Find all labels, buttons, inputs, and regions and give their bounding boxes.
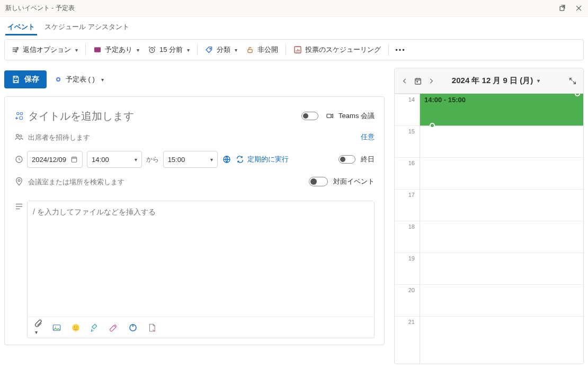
- prev-day-button[interactable]: [401, 77, 408, 85]
- day-date-picker[interactable]: 2024 年 12 月 9 日 (月) ▾: [452, 76, 540, 86]
- categorize-button[interactable]: 分類 ▾: [201, 42, 242, 58]
- poll-button[interactable]: 投票のスケジューリング: [289, 42, 385, 58]
- svg-rect-0: [560, 6, 564, 11]
- private-label: 非公開: [257, 45, 278, 55]
- show-as-button[interactable]: 予定あり ▾: [89, 42, 144, 58]
- response-options-button[interactable]: 返信オプション ▾: [7, 42, 82, 58]
- event-block[interactable]: 14:00 - 15:00: [420, 94, 583, 125]
- image-icon: [52, 323, 61, 332]
- clear-format-button[interactable]: [90, 323, 100, 332]
- end-time-value: 15:00: [168, 156, 185, 164]
- svg-point-22: [74, 326, 75, 327]
- resize-handle-bottom[interactable]: [430, 123, 435, 128]
- drawing-button[interactable]: [109, 323, 119, 332]
- attendees-input[interactable]: [27, 133, 361, 142]
- attach-button[interactable]: ▾: [34, 319, 42, 336]
- teams-label: Teams 会議: [338, 111, 375, 121]
- reminder-button[interactable]: 15 分前 ▾: [144, 42, 194, 58]
- categorize-label: 分類: [217, 45, 230, 55]
- hour-label: 18: [395, 221, 419, 253]
- day-calendar[interactable]: 1415161718192021 14:00 - 15:00: [395, 94, 583, 364]
- save-label: 保存: [24, 75, 39, 84]
- next-day-button[interactable]: [427, 77, 435, 85]
- private-button[interactable]: 非公開: [242, 42, 282, 58]
- response-options-label: 返信オプション: [23, 45, 71, 55]
- date-value: 2024/12/09: [32, 156, 66, 164]
- window-title: 新しいイベント - 予定表: [5, 4, 558, 13]
- location-icon: [14, 177, 27, 186]
- tab-scheduling-assistant[interactable]: スケジュール アシスタント: [42, 19, 131, 35]
- location-input[interactable]: [27, 177, 309, 186]
- today-button[interactable]: [414, 77, 422, 85]
- description-icon: [14, 196, 27, 211]
- expand-icon: [568, 77, 577, 85]
- in-person-toggle[interactable]: [309, 177, 328, 186]
- signature-button[interactable]: [147, 323, 157, 332]
- hour-row[interactable]: 16: [395, 157, 583, 189]
- day-date-label: 2024 年 12 月 9 日 (月): [452, 76, 533, 86]
- svg-point-2: [15, 51, 17, 52]
- optional-attendees-link[interactable]: 任意: [361, 132, 375, 142]
- close-icon[interactable]: [575, 4, 583, 12]
- expand-button[interactable]: [568, 77, 577, 85]
- timezone-button[interactable]: [222, 155, 231, 164]
- calendar-icon: [70, 156, 78, 163]
- recurring-button[interactable]: 定期的に実行: [236, 155, 289, 164]
- teams-toggle[interactable]: [301, 112, 318, 120]
- resize-handle-top[interactable]: [575, 94, 580, 96]
- emoji-icon: [71, 323, 81, 332]
- chevron-down-icon: ▾: [75, 47, 78, 53]
- hour-row[interactable]: 18: [395, 221, 583, 253]
- hour-row[interactable]: 20: [395, 284, 583, 316]
- insert-emoji-button[interactable]: [71, 323, 81, 332]
- svg-rect-12: [327, 114, 331, 118]
- date-picker[interactable]: 2024/12/09: [27, 151, 83, 168]
- all-day-toggle[interactable]: [338, 155, 355, 164]
- hour-row[interactable]: 17: [395, 189, 583, 221]
- calendar-today-icon: [414, 77, 422, 85]
- loop-icon: [128, 323, 138, 332]
- svg-point-8: [17, 112, 20, 115]
- insert-image-button[interactable]: [52, 323, 61, 332]
- time-separator: から: [146, 155, 159, 164]
- in-person-label: 対面イベント: [333, 177, 375, 186]
- hour-label: 17: [395, 190, 419, 221]
- loop-button[interactable]: [128, 323, 138, 332]
- poll-label: 投票のスケジューリング: [305, 45, 381, 55]
- busy-icon: [93, 46, 102, 54]
- ribbon-toolbar: 返信オプション ▾ 予定あり ▾ 15 分前 ▾ 分類 ▾ 非公開 投票のスケジ: [4, 39, 584, 60]
- hour-row[interactable]: 15: [395, 125, 583, 157]
- hour-label: 16: [395, 158, 419, 189]
- chevron-left-icon: [401, 77, 408, 85]
- popout-icon[interactable]: [558, 4, 566, 12]
- emoji-add-icon[interactable]: +: [14, 111, 27, 121]
- start-time-value: 14:00: [92, 156, 109, 164]
- hour-label: 19: [395, 253, 419, 284]
- tab-event[interactable]: イベント: [5, 19, 37, 35]
- page-icon: [147, 323, 157, 332]
- more-button[interactable]: •••: [392, 42, 409, 58]
- hour-label: 20: [395, 285, 419, 316]
- body-textarea[interactable]: [28, 201, 374, 317]
- svg-point-21: [72, 324, 79, 331]
- chevron-down-icon: ▾: [101, 77, 104, 83]
- save-button[interactable]: 保存: [4, 70, 47, 88]
- tabbar: イベント スケジュール アシスタント: [0, 17, 588, 35]
- hour-row[interactable]: 19: [395, 253, 583, 284]
- all-day-label: 終日: [361, 155, 375, 164]
- hour-label: 14: [395, 94, 419, 125]
- svg-point-9: [20, 112, 23, 115]
- hour-row[interactable]: 21: [395, 316, 583, 348]
- more-icon: •••: [396, 46, 405, 54]
- paperclip-icon: [34, 319, 42, 328]
- title-input[interactable]: [27, 110, 301, 123]
- calendar-picker[interactable]: 予定表 ( ) ▾: [56, 75, 104, 84]
- poll-icon: [293, 46, 302, 54]
- svg-point-5: [210, 48, 211, 49]
- start-time-picker[interactable]: 14:00 ▾: [87, 151, 142, 168]
- svg-point-20: [55, 326, 56, 327]
- svg-rect-26: [416, 81, 418, 83]
- repeat-icon: [236, 155, 244, 164]
- recurring-label: 定期的に実行: [247, 155, 289, 164]
- end-time-picker[interactable]: 15:00 ▾: [163, 151, 218, 168]
